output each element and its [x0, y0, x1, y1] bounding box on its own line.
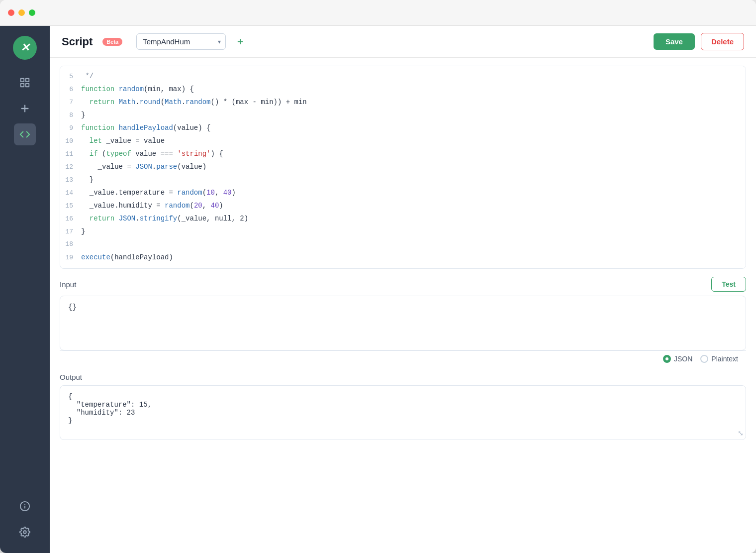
- output-value: { "temperature": 15, "humidity": 23 }: [68, 393, 738, 425]
- app-window: ✕ Script Beta: [0, 0, 756, 553]
- save-button[interactable]: Save: [654, 33, 695, 50]
- code-line-5: 5 */: [60, 70, 746, 83]
- content-area: Script Beta TempAndHum ▾ + Save Delete: [50, 26, 756, 553]
- resize-handle[interactable]: ⤡: [738, 429, 744, 438]
- page-title: Script: [62, 35, 93, 48]
- add-script-button[interactable]: +: [232, 33, 249, 50]
- close-button[interactable]: [8, 9, 14, 16]
- svg-rect-2: [21, 84, 24, 87]
- sidebar-item-settings[interactable]: [14, 521, 36, 543]
- code-icon: [19, 129, 30, 140]
- script-dropdown[interactable]: TempAndHum: [136, 33, 226, 50]
- output-section: Output { "temperature": 15, "humidity": …: [60, 373, 746, 440]
- code-line-15: 15 _value.humidity = random(20, 40): [60, 200, 746, 213]
- sidebar-item-code[interactable]: [14, 123, 36, 145]
- layers-icon: [19, 77, 30, 88]
- gear-icon: [19, 527, 30, 538]
- add-icon: [19, 103, 30, 114]
- code-line-16: 16 return JSON.stringify(_value, null, 2…: [60, 213, 746, 225]
- code-line-14: 14 _value.temperature = random(10, 40): [60, 187, 746, 200]
- input-box[interactable]: {}: [60, 296, 746, 350]
- beta-badge: Beta: [102, 38, 122, 46]
- json-radio-circle[interactable]: [663, 355, 671, 363]
- output-box: { "temperature": 15, "humidity": 23 } ⤡: [60, 385, 746, 440]
- info-icon: [19, 501, 30, 512]
- output-label: Output: [60, 373, 746, 381]
- code-line-8: 8 }: [60, 109, 746, 122]
- code-line-18: 18: [60, 238, 746, 251]
- input-box-footer: JSON Plaintext: [60, 350, 746, 367]
- logo[interactable]: ✕: [13, 36, 37, 60]
- code-line-10: 10 let _value = value: [60, 135, 746, 148]
- input-header: Input Test: [60, 277, 746, 292]
- delete-button[interactable]: Delete: [701, 33, 744, 50]
- svg-rect-1: [26, 79, 29, 82]
- main-layout: ✕ Script Beta: [0, 26, 756, 553]
- input-label: Input: [60, 280, 76, 289]
- sidebar-item-add[interactable]: [14, 98, 36, 119]
- code-line-17: 17 }: [60, 225, 746, 238]
- input-spacer: [68, 311, 738, 337]
- page-header: Script Beta TempAndHum ▾ + Save Delete: [50, 26, 756, 58]
- input-value: {}: [68, 303, 738, 311]
- json-radio-label[interactable]: JSON: [663, 355, 692, 363]
- plaintext-radio-text: Plaintext: [711, 355, 738, 363]
- json-radio-text: JSON: [674, 355, 692, 363]
- code-line-7: 7 return Math.round(Math.random() * (max…: [60, 96, 746, 109]
- svg-point-9: [23, 531, 26, 534]
- plaintext-radio-label[interactable]: Plaintext: [700, 355, 738, 363]
- code-line-9: 9 function handlePayload(value) {: [60, 122, 746, 135]
- sidebar-item-info[interactable]: [14, 495, 36, 517]
- code-line-11: 11 if (typeof value === 'string') {: [60, 148, 746, 161]
- code-editor[interactable]: 5 */ 6 function random(min, max) { 7 ret…: [60, 66, 746, 269]
- sidebar-item-layers[interactable]: [14, 72, 36, 94]
- svg-rect-0: [21, 79, 24, 82]
- script-dropdown-wrapper: TempAndHum ▾: [136, 33, 226, 50]
- plaintext-radio-circle[interactable]: [700, 355, 708, 363]
- maximize-button[interactable]: [29, 9, 35, 16]
- sidebar: ✕: [0, 26, 50, 553]
- code-line-12: 12 _value = JSON.parse(value): [60, 161, 746, 174]
- body-scroll[interactable]: 5 */ 6 function random(min, max) { 7 ret…: [50, 58, 756, 553]
- format-radio-group: JSON Plaintext: [663, 355, 738, 363]
- titlebar: [0, 0, 756, 26]
- code-line-13: 13 }: [60, 174, 746, 187]
- svg-rect-3: [26, 84, 29, 87]
- code-line-6: 6 function random(min, max) {: [60, 83, 746, 96]
- test-button[interactable]: Test: [711, 277, 746, 292]
- code-line-19: 19 execute(handlePayload): [60, 251, 746, 264]
- input-section: Input Test {} JSON: [60, 277, 746, 367]
- minimize-button[interactable]: [18, 9, 25, 16]
- code-content: 5 */ 6 function random(min, max) { 7 ret…: [60, 66, 746, 268]
